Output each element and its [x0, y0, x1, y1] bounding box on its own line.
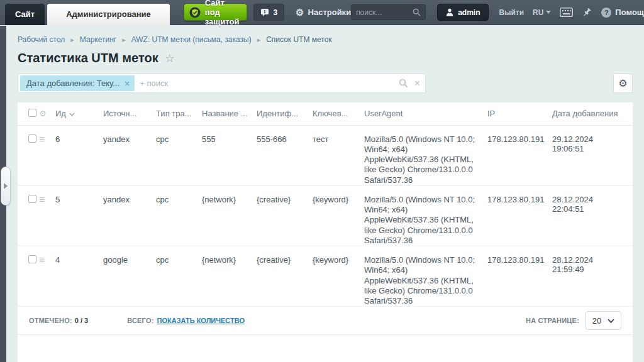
message-bubble-icon [260, 8, 269, 17]
row-checkbox[interactable] [28, 195, 36, 203]
filter-panel[interactable]: Дата добавления: Теку... × × [18, 74, 426, 93]
shield-check-icon [189, 7, 201, 18]
tab-administration[interactable]: Администрирование [47, 4, 170, 25]
notifications-count: 3 [273, 8, 277, 17]
breadcrumb-item-desktop[interactable]: Рабочий стол [18, 35, 65, 44]
column-header-useragent[interactable]: UserAgent [364, 102, 487, 125]
table-footer: ОТМЕЧЕНО: 0 / 3 ВСЕГО: ПОКАЗАТЬ КОЛИЧЕСТ… [18, 307, 633, 335]
filter-clear-icon[interactable]: × [414, 79, 420, 89]
row-menu-icon[interactable]: ≡ [39, 194, 45, 205]
site-protected-button[interactable]: Сайт под защитой [184, 4, 248, 21]
cell-date-added: 28.12.2024 21:59:49 [552, 246, 633, 307]
select-all-checkbox[interactable] [28, 109, 36, 117]
breadcrumb-separator-icon [122, 36, 126, 44]
gear-icon: ⚙ [618, 79, 627, 89]
settings-label: Настройки [308, 8, 352, 17]
breadcrumb-item-marketing[interactable]: Маркетинг [80, 35, 116, 44]
cell-traffic-type: cpc [156, 246, 202, 307]
filter-chip-date-added[interactable]: Дата добавления: Теку... × [20, 75, 135, 91]
column-header-keyword[interactable]: Ключев... [313, 102, 364, 125]
per-page-value: 20 [592, 316, 601, 326]
cell-traffic-type: cpc [156, 125, 202, 185]
cell-date-added: 29.12.2024 19:06:51 [552, 125, 633, 185]
left-sidebar-rail [0, 26, 6, 362]
cell-id: 5 [55, 185, 103, 246]
cell-useragent: Mozilla/5.0 (Windows NT 10.0; Win64; x64… [364, 125, 487, 185]
settings-menu[interactable]: ⚙ Настройки [296, 8, 351, 17]
cell-identifier: {creative} [257, 246, 313, 307]
question-icon: ? [601, 8, 611, 18]
column-header-id[interactable]: Ид [55, 109, 103, 118]
total-label: ВСЕГО: [127, 317, 153, 324]
utm-table: ⚙ Ид Источн... Тип тра... Название ... И… [18, 102, 633, 307]
utm-table-card: ⚙ Ид Источн... Тип тра... Название ... И… [18, 102, 633, 362]
topbar-search [351, 4, 426, 20]
user-icon [446, 8, 453, 16]
breadcrumb-separator-icon [257, 36, 261, 44]
per-page-select[interactable]: 20 [586, 311, 621, 330]
title-row: Статистика UTM меток ☆ [18, 51, 633, 65]
filter-search-icon[interactable] [399, 79, 408, 88]
cell-keyword: {keyword} [313, 185, 364, 246]
cell-source: yandex [103, 125, 156, 185]
chip-close-icon[interactable]: × [125, 79, 130, 89]
row-checkbox[interactable] [28, 255, 36, 263]
table-row[interactable]: ≡ 6 yandex cpc 555 555-666 тест Mozilla/… [18, 125, 633, 185]
cell-useragent: Mozilla/5.0 (Windows NT 10.0; Win64; x64… [364, 246, 487, 307]
cell-keyword: тест [313, 125, 364, 185]
column-header-name[interactable]: Название ... [202, 102, 257, 125]
column-header-source[interactable]: Источн... [103, 102, 156, 125]
cell-traffic-type: cpc [156, 185, 202, 246]
gear-icon: ⚙ [296, 8, 304, 17]
language-value: RU [533, 8, 543, 17]
row-menu-icon[interactable]: ≡ [39, 134, 45, 145]
row-menu-icon[interactable]: ≡ [39, 255, 45, 265]
top-bar: Сайт Администрирование Сайт под защитой … [0, 0, 644, 25]
help-label: Помощь [615, 8, 644, 17]
per-page-label: НА СТРАНИЦЕ: [526, 317, 579, 324]
grid-settings-button[interactable]: ⚙ [613, 74, 633, 93]
search-icon[interactable] [413, 8, 421, 16]
user-menu-button[interactable]: admin [437, 4, 489, 21]
checked-label: ОТМЕЧЕНО: [29, 317, 72, 324]
card-empty-footer [18, 335, 633, 362]
chevron-down-icon [608, 319, 614, 323]
language-selector[interactable]: RU [533, 8, 551, 17]
cell-name: 555 [202, 125, 257, 185]
table-row[interactable]: ≡ 4 google cpc {network} {creative} {key… [18, 246, 633, 307]
column-header-identifier[interactable]: Идентиф... [257, 102, 313, 125]
hotkeys-keyboard-icon[interactable] [560, 8, 573, 17]
favorite-star-icon[interactable]: ☆ [165, 53, 175, 64]
sort-desc-icon [69, 112, 75, 116]
column-header-ip[interactable]: IP [487, 102, 552, 125]
topbar-search-input[interactable] [356, 8, 413, 17]
table-row[interactable]: ≡ 5 yandex cpc {network} {creative} {key… [18, 185, 633, 246]
table-header-row: ⚙ Ид Источн... Тип тра... Название ... И… [18, 102, 633, 125]
column-header-traffic-type[interactable]: Тип тра... [156, 102, 202, 125]
site-protected-label: Сайт под защитой [205, 0, 240, 26]
cell-identifier: 555-666 [257, 125, 313, 185]
page-title: Статистика UTM меток [18, 51, 158, 65]
breadcrumb-item-current[interactable]: Список UTM меток [266, 35, 331, 44]
column-header-date-added[interactable]: Дата добавления [552, 102, 633, 125]
cell-ip: 178.123.80.191 [487, 185, 552, 246]
show-count-link[interactable]: ПОКАЗАТЬ КОЛИЧЕСТВО [157, 317, 245, 324]
help-menu[interactable]: ? Помощь [601, 8, 644, 18]
user-name: admin [458, 8, 480, 17]
breadcrumb-separator-icon [70, 36, 74, 44]
breadcrumb: Рабочий стол Маркетинг AWZ: UTM метки (п… [18, 26, 633, 44]
main-area: Рабочий стол Маркетинг AWZ: UTM метки (п… [6, 26, 644, 362]
chevron-down-icon [546, 11, 551, 14]
row-checkbox[interactable] [28, 134, 36, 143]
logout-link[interactable]: Выйти [499, 8, 524, 17]
checked-value: 0 / 3 [75, 317, 88, 324]
filter-chip-label: Дата добавления: Теку... [26, 79, 119, 88]
filter-search-input[interactable] [140, 79, 398, 88]
pin-icon[interactable] [582, 8, 592, 18]
breadcrumb-item-module[interactable]: AWZ: UTM метки (письма, заказы) [131, 35, 252, 44]
cell-id: 6 [55, 125, 103, 185]
notifications-button[interactable]: 3 [253, 4, 284, 21]
column-settings-gear-icon[interactable]: ⚙ [39, 109, 47, 118]
cell-name: {network} [202, 246, 257, 307]
tab-site[interactable]: Сайт [5, 4, 45, 25]
